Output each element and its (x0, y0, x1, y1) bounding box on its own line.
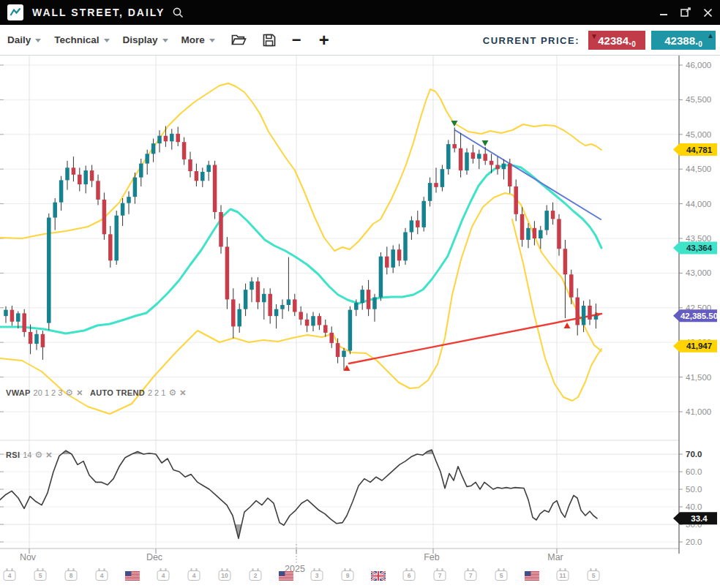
calendar-event-icon[interactable]: 6 (403, 570, 416, 581)
y-axis-label: 46,000 (686, 61, 711, 69)
candle-body (354, 303, 359, 309)
sell-signal-icon (482, 140, 489, 146)
rsi-axis-label: 40.0 (686, 502, 702, 511)
calendar-event-icon[interactable]: 5 (495, 570, 508, 581)
candle-body (237, 309, 241, 327)
candle-body (465, 152, 469, 170)
calendar-event-icon[interactable]: 4 (188, 570, 200, 581)
us-flag-icon[interactable] (279, 570, 293, 584)
rsi-line (0, 450, 597, 538)
calendar-event-icon[interactable]: 7 (465, 570, 477, 581)
calendar-event-icon[interactable]: 7 (434, 570, 446, 581)
rsi-axis-label: 70.0 (686, 450, 702, 459)
remove-indicator-icon[interactable]: ✕ (179, 388, 186, 398)
candle-body (502, 164, 506, 170)
candle-body (213, 165, 217, 212)
candle-body (206, 165, 211, 172)
sell-signal-icon (451, 121, 458, 127)
candle-body (83, 170, 88, 184)
candle-body (471, 152, 476, 159)
x-axis-label: Feb (424, 552, 440, 562)
candle-body (139, 164, 143, 178)
candle-body (157, 136, 162, 143)
calendar-event-icon[interactable]: 9 (342, 570, 354, 581)
buy-signal-icon (564, 323, 571, 328)
rsi-axis-label: 50.0 (686, 485, 702, 494)
candle-body (594, 316, 599, 320)
gear-icon[interactable]: ⚙ (65, 388, 73, 398)
gear-icon[interactable]: ⚙ (168, 388, 176, 398)
candle-body (514, 186, 518, 214)
candle-body (348, 310, 353, 351)
remove-indicator-icon[interactable]: ✕ (45, 451, 52, 460)
candle-body (287, 299, 291, 305)
candle-body (72, 167, 76, 174)
calendar-event-icon[interactable]: 8 (65, 570, 78, 581)
calendar-event-icon[interactable]: 2 (250, 570, 262, 581)
candle-body (299, 312, 303, 319)
candle-body (250, 282, 254, 290)
candle-body (121, 203, 125, 216)
candle-body (575, 298, 580, 325)
calendar-event-icon[interactable]: 3 (311, 570, 323, 581)
candle-body (102, 200, 107, 234)
rsi-axis-label: 60.0 (686, 467, 702, 476)
candle-body (336, 343, 340, 357)
calendar-event-icon[interactable]: 5 (34, 570, 47, 581)
candle-body (145, 154, 149, 163)
calendar-event-icon[interactable]: 10 (219, 570, 231, 581)
price-badge-text: 44,781 (686, 146, 713, 154)
candle-body (225, 246, 230, 299)
candle-body (16, 313, 20, 321)
candle-body (10, 310, 15, 322)
price-chart[interactable]: 46,00045,50045,00044,50044,00043,50043,0… (0, 0, 720, 588)
candle-body (280, 305, 285, 309)
buy-signal-icon (344, 365, 350, 371)
candle-body (127, 197, 131, 203)
candle-body (182, 142, 187, 159)
calendar-event-icon[interactable]: 4 (157, 570, 170, 581)
candle-body (164, 136, 168, 142)
candle-body (440, 169, 445, 187)
candle-body (200, 172, 205, 181)
candle-body (410, 220, 414, 232)
candle-body (78, 175, 82, 184)
price-badge-text: 43,364 (686, 244, 713, 252)
candle-body (403, 232, 408, 260)
candle-body (274, 309, 279, 316)
candle-body (379, 257, 383, 298)
us-flag-icon[interactable] (525, 570, 539, 584)
auto-trend-resistance[interactable] (455, 130, 601, 219)
us-flag-icon[interactable] (125, 570, 140, 584)
candle-body (29, 332, 33, 344)
price-badge-text: 42,385.50 (680, 312, 718, 320)
candle-body (22, 313, 26, 332)
candle-body (244, 290, 248, 309)
x-axis-label: Dec (146, 552, 162, 562)
gear-icon[interactable]: ⚙ (35, 450, 43, 460)
candle-body (59, 180, 64, 202)
candle-body (588, 306, 592, 320)
candle-body (114, 216, 119, 261)
remove-indicator-icon[interactable]: ✕ (76, 388, 83, 398)
candle-body (219, 212, 223, 246)
calendar-event-icon[interactable]: 4 (4, 570, 16, 581)
candle-body (495, 165, 500, 170)
candle-body (256, 282, 260, 302)
candle-body (47, 218, 51, 323)
candle-body (526, 228, 530, 240)
candle-body (4, 310, 8, 317)
candle-body (428, 183, 432, 201)
calendar-event-icon[interactable]: 11 (557, 570, 569, 581)
auto-trend-support[interactable] (349, 314, 601, 363)
uk-flag-icon[interactable] (371, 570, 386, 584)
candle-body (268, 294, 272, 316)
candle-body (490, 161, 494, 165)
candle-body (151, 143, 156, 154)
candle-body (372, 298, 377, 309)
candle-body (446, 144, 451, 169)
calendar-event-icon[interactable]: 5 (588, 570, 600, 581)
y-axis-label: 43,000 (686, 268, 711, 277)
calendar-event-icon[interactable]: 4 (96, 570, 108, 581)
y-axis-label: 45,000 (686, 130, 711, 139)
